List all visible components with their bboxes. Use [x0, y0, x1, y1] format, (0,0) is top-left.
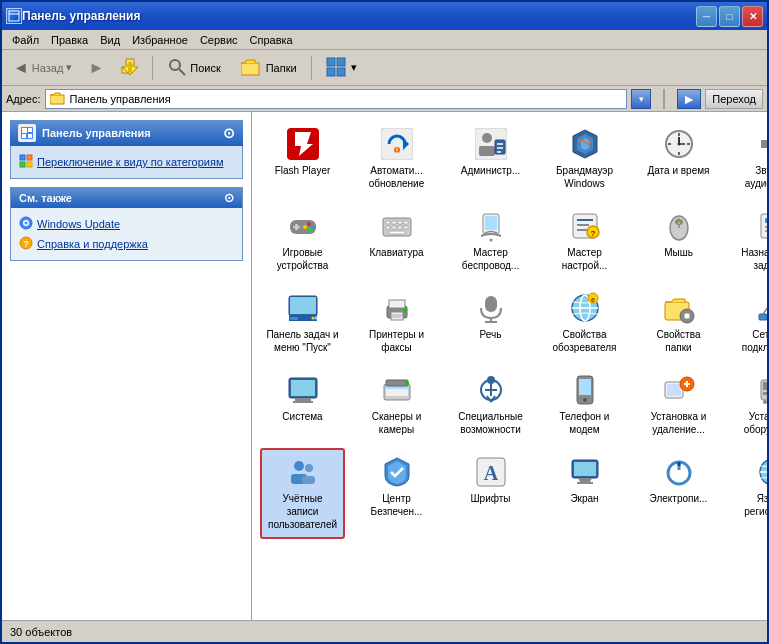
- up-button[interactable]: [113, 54, 147, 82]
- menu-service[interactable]: Сервис: [194, 32, 244, 48]
- icon-sound[interactable]: Звуки и аудиоустр...: [730, 120, 767, 198]
- svg-rect-150: [302, 476, 315, 484]
- svg-point-147: [294, 461, 304, 471]
- svg-rect-21: [27, 162, 32, 167]
- svg-rect-19: [27, 155, 32, 160]
- sound-label: Звуки и аудиоустр...: [736, 164, 767, 190]
- statusbar: 30 объектов: [2, 620, 767, 642]
- icons-grid: Flash Player ! Автомати... обновление: [260, 120, 759, 539]
- svg-rect-141: [763, 382, 768, 390]
- icon-fonts[interactable]: A Шрифты: [448, 448, 533, 539]
- sidebar-link-icon: [19, 154, 33, 170]
- close-button[interactable]: ✕: [742, 6, 763, 27]
- icon-ie-options[interactable]: e Свойства обозревателя: [542, 284, 627, 362]
- icon-wireless[interactable]: Мастер беспровод...: [448, 202, 533, 280]
- svg-point-57: [303, 225, 307, 229]
- icon-hardware[interactable]: Установка оборудова...: [730, 366, 767, 444]
- sidebar-also-header[interactable]: См. также ⊙: [11, 188, 242, 208]
- taskbar-icon: [287, 292, 319, 324]
- icon-flash-player[interactable]: Flash Player: [260, 120, 345, 198]
- svg-rect-144: [763, 392, 768, 395]
- icon-taskbar[interactable]: Панель задач и меню "Пуск": [260, 284, 345, 362]
- svg-point-55: [311, 225, 315, 229]
- sidebar-panel-header[interactable]: Панель управления ⊙: [10, 120, 243, 146]
- svg-rect-136: [667, 384, 681, 396]
- fonts-label: Шрифты: [470, 492, 510, 505]
- sidebar-category-link[interactable]: Переключение к виду по категориям: [19, 152, 234, 172]
- fonts-icon: A: [475, 456, 507, 488]
- sidebar-also-toggle-icon: ⊙: [224, 191, 234, 205]
- svg-rect-118: [291, 380, 315, 396]
- icon-tasks[interactable]: Назначенные задания: [730, 202, 767, 280]
- network-label: Сетевые подключения: [736, 328, 767, 354]
- hardware-label: Установка оборудова...: [736, 410, 767, 436]
- icon-phone[interactable]: Телефон и модем: [542, 366, 627, 444]
- svg-rect-12: [50, 95, 64, 104]
- wizard-label: Мастер настрой...: [548, 246, 621, 272]
- icon-addremove[interactable]: Установка и удаление...: [636, 366, 721, 444]
- icon-gamepad[interactable]: Игровые устройства: [260, 202, 345, 280]
- icon-datetime[interactable]: Дата и время: [636, 120, 721, 198]
- icon-security[interactable]: Центр Безпечен...: [354, 448, 439, 539]
- icon-display[interactable]: Экран: [542, 448, 627, 539]
- speech-icon: [475, 292, 507, 324]
- svg-rect-67: [389, 231, 405, 234]
- forward-arrow-icon: ►: [88, 59, 104, 77]
- icon-system[interactable]: Система: [260, 366, 345, 444]
- icon-scanner[interactable]: Сканеры и камеры: [354, 366, 439, 444]
- icon-mouse[interactable]: Мышь: [636, 202, 721, 280]
- address-dropdown-icon: ▾: [639, 94, 644, 104]
- search-button[interactable]: Поиск: [158, 54, 229, 82]
- svg-point-145: [763, 400, 767, 404]
- menu-file[interactable]: Файл: [6, 32, 45, 48]
- icon-network[interactable]: Сетевые подключения: [730, 284, 767, 362]
- icon-speech[interactable]: Речь: [448, 284, 533, 362]
- address-go-arrow-button[interactable]: ►: [677, 89, 701, 109]
- toolbar-separator-1: [152, 56, 153, 80]
- folders-button[interactable]: Папки: [232, 54, 306, 82]
- icon-language[interactable]: Язык и региональ...: [730, 448, 767, 539]
- views-button[interactable]: ▾: [317, 54, 366, 82]
- svg-rect-11: [337, 68, 345, 76]
- svg-rect-64: [392, 226, 396, 229]
- display-label: Экран: [570, 492, 598, 505]
- maximize-button[interactable]: □: [719, 6, 740, 27]
- icon-users[interactable]: Учётные записи пользователей: [260, 448, 345, 539]
- address-go-button[interactable]: Переход: [705, 89, 763, 109]
- address-label: Адрес:: [6, 93, 41, 105]
- menu-favorites[interactable]: Избранное: [126, 32, 194, 48]
- icon-power[interactable]: Электропи...: [636, 448, 721, 539]
- icon-accessibility[interactable]: Специальные возможности: [448, 366, 533, 444]
- svg-line-6: [179, 69, 185, 75]
- icon-firewall[interactable]: Брандмауэр Windows: [542, 120, 627, 198]
- sidebar-windows-update-link[interactable]: Windows Update: [19, 214, 234, 234]
- menu-edit[interactable]: Правка: [45, 32, 94, 48]
- icon-autoupdate[interactable]: ! Автомати... обновление: [354, 120, 439, 198]
- svg-rect-65: [398, 226, 402, 229]
- address-folder-icon: [50, 91, 66, 107]
- up-arrow-icon: [120, 57, 140, 79]
- minimize-button[interactable]: ─: [696, 6, 717, 27]
- phone-icon: [569, 374, 601, 406]
- menu-help[interactable]: Справка: [244, 32, 299, 48]
- icon-folder-options[interactable]: Свойства папки: [636, 284, 721, 362]
- sidebar-panel-body: Переключение к виду по категориям: [10, 146, 243, 179]
- icon-wizard[interactable]: ? Мастер настрой...: [542, 202, 627, 280]
- forward-button[interactable]: ►: [81, 54, 111, 82]
- icon-admin[interactable]: Администр...: [448, 120, 533, 198]
- address-dropdown-button[interactable]: ▾: [631, 89, 651, 109]
- icon-printers[interactable]: Принтеры и факсы: [354, 284, 439, 362]
- sidebar-panel-title: Панель управления: [42, 127, 151, 139]
- sidebar-help-link[interactable]: ? Справка и поддержка: [19, 234, 234, 254]
- menu-view[interactable]: Вид: [94, 32, 126, 48]
- icon-keyboard[interactable]: Клавиатура: [354, 202, 439, 280]
- back-button[interactable]: ◄ Назад ▾: [6, 54, 79, 82]
- taskbar-label: Панель задач и меню "Пуск": [266, 328, 339, 354]
- wireless-label: Мастер беспровод...: [454, 246, 527, 272]
- sidebar: Панель управления ⊙: [2, 112, 252, 620]
- svg-point-5: [170, 60, 180, 70]
- address-input[interactable]: Панель управления: [45, 89, 628, 109]
- svg-rect-17: [28, 134, 32, 138]
- accessibility-icon: [475, 374, 507, 406]
- autoupdate-label: Автомати... обновление: [360, 164, 433, 190]
